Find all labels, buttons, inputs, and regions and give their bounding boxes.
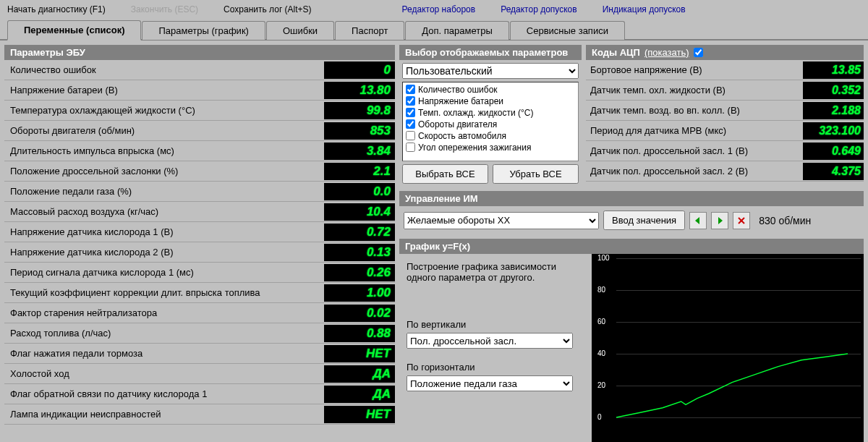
right-column: Выбор отображаемых параметров Пользовате… [399,45,864,442]
svg-marker-0 [695,217,699,224]
tab-service-records[interactable]: Сервисные записи [510,21,625,40]
adc-row: Датчик темп. охл. жидкости (В)0.352 [586,80,864,101]
ecu-row-value: 2.1 [324,163,395,180]
adc-row: Датчик темп. возд. во вп. колл. (В)2.188 [586,101,864,121]
ecu-panel-title: Параметры ЭБУ [4,45,395,60]
adc-row-label: Датчик темп. возд. во вп. колл. (В) [586,105,803,116]
im-prev-icon[interactable] [689,212,707,229]
ecu-row: Текущий коэффициент коррекции длит. впры… [4,283,395,303]
graph-area: 020406080100 [592,254,864,442]
adc-panel-title: Коды АЦП (показать) [586,45,864,60]
param-check-item[interactable]: Темп. охлажд. жидкости (°C) [406,107,575,119]
chart-line [592,254,852,420]
preset-select[interactable]: Пользовательский [402,63,579,79]
ecu-row-value: НЕТ [324,406,395,423]
select-all-button[interactable]: Выбрать ВСЕ [402,164,488,184]
graph-description: Построение графика зависимости одного па… [407,261,580,283]
ecu-row-label: Текущий коэффициент коррекции длит. впры… [4,287,324,298]
graph-x-select[interactable]: Положение педали газа [407,375,573,391]
ecu-row-value: 0 [324,61,395,79]
ecu-row: Температура охлаждающей жидкости (°C)99.… [4,101,395,121]
tab-passport[interactable]: Паспорт [335,21,404,40]
im-next-icon[interactable] [711,212,728,229]
menu-savelog[interactable]: Сохранить лог (Alt+S) [224,4,312,14]
ecu-row: Флаг нажатия педали тормозаНЕТ [4,344,395,364]
ecu-table: Количество ошибок0Напряжение батареи (В)… [4,60,395,442]
ecu-row-label: Массовый расход воздуха (кг/час) [4,206,324,217]
adc-row-label: Период для датчика МРВ (мкс) [586,125,803,136]
param-check-box[interactable] [406,85,415,94]
ecu-row: Напряжение датчика кислорода 1 (В)0.72 [4,222,395,242]
param-check-item[interactable]: Скорость автомобиля [406,130,575,142]
ecu-row: Флаг обратной связи по датчику кислорода… [4,384,395,404]
tab-parameters-graph[interactable]: Параметры (график) [142,21,265,40]
clear-all-button[interactable]: Убрать ВСЕ [493,164,579,184]
ecu-row: Холостой ходДА [4,364,395,384]
param-checklist[interactable]: Количество ошибокНапряжение батареиТемп.… [402,82,579,161]
ecu-row-value: 0.02 [324,305,395,322]
im-panel-title: Управление ИМ [399,191,864,206]
adc-row: Бортовое напряжение (В)13.85 [586,60,864,80]
tab-variables-list[interactable]: Переменные (список) [7,20,141,41]
adc-row-label: Датчик темп. охл. жидкости (В) [586,85,803,95]
ecu-row-label: Температура охлаждающей жидкости (°C) [4,105,324,116]
content-area: Параметры ЭБУ Количество ошибок0Напряжен… [0,41,868,442]
param-check-item[interactable]: Количество ошибок [406,84,575,95]
ecu-row-label: Флаг обратной связи по датчику кислорода… [4,388,324,399]
ecu-row: Расход топлива (л/час)0.88 [4,323,395,344]
param-check-item[interactable]: Обороты двигателя [406,119,575,130]
param-check-box[interactable] [406,131,415,140]
ecu-row: Длительность импульса впрыска (мс)3.84 [4,141,395,161]
adc-row-label: Датчик пол. дроссельной засл. 1 (В) [586,145,803,156]
adc-row: Датчик пол. дроссельной засл. 1 (В)0.649 [586,141,864,161]
menu-sets-editor[interactable]: Редактор наборов [402,4,476,14]
ecu-row-value: НЕТ [324,345,395,362]
menu-tolerance-indication[interactable]: Индикация допусков [603,4,686,14]
ecu-row-label: Холостой ход [4,368,324,379]
adc-show-link[interactable]: (показать) [644,47,689,58]
adc-row-value: 0.352 [803,82,864,99]
ecu-row: Лампа индикации неисправностейНЕТ [4,404,395,425]
adc-row-label: Датчик пол. дроссельной засл. 2 (В) [586,166,803,177]
svg-marker-1 [718,217,723,224]
ecu-row: Обороты двигателя (об/мин)853 [4,121,395,141]
ecu-row: Положение педали газа (%)0.0 [4,182,395,202]
tab-extra-params[interactable]: Доп. параметры [405,21,509,40]
ecu-row-label: Фактор старения нейтрализатора [4,307,324,318]
ecu-row-value: 3.84 [324,143,395,160]
adc-row-value: 2.188 [803,102,864,119]
param-check-box[interactable] [406,108,415,117]
adc-row: Период для датчика МРВ (мкс)323.100 [586,121,864,141]
ecu-row: Фактор старения нейтрализатора0.02 [4,303,395,323]
graph-panel-title: График y=F(x) [399,239,864,254]
im-cancel-icon[interactable] [733,212,750,229]
param-check-box[interactable] [406,119,415,129]
im-actuator-select[interactable]: Желаемые обороты ХХ [404,212,599,229]
menu-start[interactable]: Начать диагностику (F1) [7,4,106,14]
adc-row-value: 323.100 [803,122,864,140]
graph-y-select[interactable]: Пол. дроссельной засл. [407,333,573,349]
ecu-row: Количество ошибок0 [4,60,395,80]
param-check-box[interactable] [406,143,415,152]
graph-y-label: По вертикали [407,319,580,330]
ecu-row-value: ДА [324,386,395,403]
ecu-row-value: 0.88 [324,325,395,342]
param-check-box[interactable] [406,96,415,106]
menu-tolerance-editor[interactable]: Редактор допусков [501,4,576,14]
im-panel: Управление ИМ Желаемые обороты ХХ Ввод з… [399,191,864,234]
adc-show-checkbox[interactable] [694,48,703,57]
ecu-row-label: Положение педали газа (%) [4,186,324,197]
param-check-item[interactable]: Напряжение батареи [406,95,575,107]
adc-row-value: 0.649 [803,143,864,160]
adc-title-text: Коды АЦП [592,47,640,58]
ecu-row-value: 0.0 [324,183,395,200]
ecu-row-value: 0.13 [324,244,395,261]
ecu-row-value: ДА [324,365,395,383]
adc-row-value: 13.85 [803,61,864,79]
ecu-row-value: 0.72 [324,224,395,241]
tab-strip: Переменные (список) Параметры (график) О… [0,19,868,41]
param-check-item[interactable]: Угол опережения зажигания [406,142,575,153]
param-select-panel: Выбор отображаемых параметров Пользовате… [399,45,582,187]
im-enter-value-button[interactable]: Ввод значения [603,211,685,230]
tab-errors[interactable]: Ошибки [266,21,334,40]
